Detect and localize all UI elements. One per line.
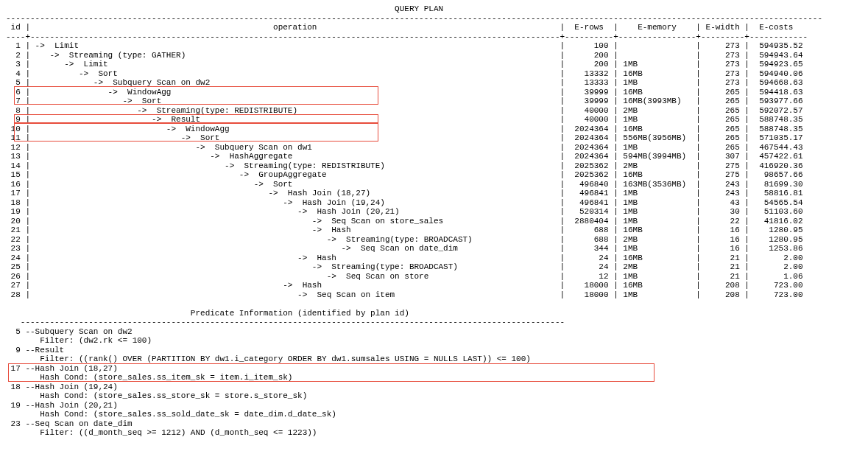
plan-text: QUERY PLAN -----------------------------… xyxy=(0,0,868,438)
query-plan-output: QUERY PLAN -----------------------------… xyxy=(0,0,868,438)
